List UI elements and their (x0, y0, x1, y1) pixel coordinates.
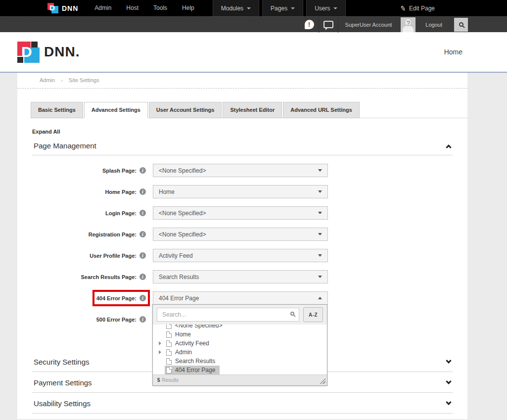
field-row-user-profile-page: User Profile Page: i Activity Feed (32, 249, 453, 262)
caret-down-icon (318, 233, 322, 235)
expand-all-link[interactable]: Expand All (32, 129, 467, 135)
messages-button[interactable] (319, 17, 338, 33)
usability-settings-header[interactable]: Usability Settings (32, 393, 453, 414)
search-icon (459, 22, 463, 27)
site-header: D DNN. Home (0, 32, 507, 73)
tab-basic-settings[interactable]: Basic Settings (31, 102, 83, 118)
search-results-page-dropdown[interactable]: Search Results (153, 270, 328, 283)
superuser-account-link[interactable]: SuperUser Account (338, 22, 399, 28)
tree-item-admin[interactable]: Admin (153, 348, 327, 357)
breadcrumb-admin[interactable]: Admin (40, 77, 55, 83)
tab-advanced-settings[interactable]: Advanced Settings (84, 102, 148, 118)
menu-pages-label: Pages (271, 5, 287, 12)
menu-users-label: Users (315, 5, 330, 12)
admin-menu: Admin Host Tools Help (87, 0, 201, 16)
tree-item-home[interactable]: Home (153, 330, 327, 339)
dropdown-value: <None Specified> (159, 167, 206, 174)
results-count: 5 (157, 377, 160, 383)
logout-link[interactable]: Logout (417, 22, 450, 28)
caret-down-icon (318, 169, 322, 172)
field-label: Registration Page: (89, 232, 137, 237)
edit-page-label: Edit Page (409, 5, 435, 12)
control-bar: D DNN Admin Host Tools Help Modules Page… (0, 0, 507, 16)
site-search-button[interactable] (454, 18, 468, 32)
caret-up-icon (318, 297, 322, 299)
tree-item-none-specified[interactable]: <None Specified> (153, 325, 327, 330)
notifications-button[interactable]: ! (300, 17, 319, 33)
menu-host[interactable]: Host (119, 0, 146, 16)
tree-item-activity-feed[interactable]: Activity Feed (153, 339, 327, 348)
dnn-logo: D DNN. (17, 42, 80, 63)
edit-page-button[interactable]: ✎ Edit Page (400, 4, 435, 12)
registration-page-dropdown[interactable]: <None Specified> (153, 228, 328, 241)
menu-users[interactable]: Users (306, 0, 346, 16)
field-label: 500 Error Page: (96, 317, 137, 323)
field-row-splash-page: Splash Page: i <None Specified> (32, 164, 453, 177)
caret-down-icon (318, 276, 322, 278)
menu-pages[interactable]: Pages (262, 0, 303, 16)
info-icon[interactable]: i (139, 188, 146, 195)
info-icon[interactable]: i (139, 316, 146, 323)
info-icon[interactable]: i (139, 210, 146, 216)
breadcrumb-site-settings[interactable]: Site Settings (69, 77, 99, 83)
user-profile-page-dropdown[interactable]: Activity Feed (153, 249, 328, 262)
menu-help[interactable]: Help (175, 0, 202, 16)
page-icon (166, 358, 172, 365)
field-label: Search Results Page: (81, 274, 137, 280)
dnn-logo-text: DNN. (44, 44, 80, 60)
dropdown-value: Search Results (159, 274, 199, 280)
dropdown-value: <None Specified> (159, 210, 206, 217)
page-icon (166, 325, 172, 329)
message-bubble-icon (323, 21, 333, 28)
page-tree: <None Specified> Home Activity Feed (153, 325, 327, 374)
sort-az-button[interactable]: A-Z (303, 307, 323, 322)
info-icon[interactable]: i (139, 274, 146, 280)
site-aliases-header[interactable]: Site Aliases (32, 414, 453, 420)
chevron-up-icon (446, 144, 451, 150)
page-picker-footer: 5 Results (153, 374, 327, 385)
field-label: Login Page: (105, 210, 137, 216)
tab-stylesheet-editor[interactable]: Stylesheet Editor (223, 102, 282, 118)
tree-item-search-results[interactable]: Search Results (153, 357, 327, 366)
info-icon[interactable]: i (139, 252, 146, 259)
page-icon (166, 331, 172, 338)
tab-user-account-settings[interactable]: User Account Settings (149, 102, 222, 118)
splash-page-dropdown[interactable]: <None Specified> (153, 164, 328, 177)
info-icon[interactable]: i (139, 231, 146, 237)
menu-tools[interactable]: Tools (146, 0, 175, 16)
page-search-input[interactable] (157, 308, 299, 322)
expander-arrow-icon[interactable] (159, 350, 165, 354)
resize-grip-handle[interactable] (319, 377, 325, 384)
info-icon[interactable]: i (139, 167, 146, 174)
info-icon[interactable]: i (139, 295, 146, 301)
dnn-mini-logo: D DNN (47, 3, 78, 13)
field-row-registration-page: Registration Page: i <None Specified> (32, 228, 453, 241)
search-icon (290, 312, 294, 316)
avatar[interactable]: ? (401, 17, 415, 32)
chevron-down-icon (446, 358, 451, 363)
field-row-404-error-page: 404 Error Page: i 404 Error Page A-Z (32, 291, 453, 305)
page-management-form: Splash Page: i <None Specified> Home Pag… (32, 155, 453, 343)
breadcrumb: Admin › Site Settings (17, 73, 467, 89)
tab-advanced-url-settings[interactable]: Advanced URL Settings (283, 102, 360, 118)
field-label: User Profile Page: (90, 253, 137, 259)
expander-arrow-icon[interactable] (159, 341, 165, 345)
error-404-page-dropdown[interactable]: 404 Error Page (153, 291, 328, 305)
results-label: Results (162, 377, 179, 383)
field-label: 404 Error Page: (96, 295, 137, 301)
page-management-header[interactable]: Page Management (32, 135, 453, 155)
menu-modules[interactable]: Modules (213, 0, 259, 16)
section-title: Page Management (34, 141, 96, 150)
home-page-dropdown[interactable]: Home (153, 185, 328, 198)
tree-item-404-error-page[interactable]: 404 Error Page (153, 366, 327, 374)
login-page-dropdown[interactable]: <None Specified> (153, 206, 328, 220)
dropdown-value: <None Specified> (159, 231, 206, 238)
caret-down-icon (247, 7, 251, 9)
caret-down-icon (318, 254, 322, 257)
nav-home-link[interactable]: Home (444, 48, 462, 56)
caret-down-icon (318, 190, 322, 193)
field-row-search-results-page: Search Results Page: i Search Results (32, 270, 453, 283)
menu-admin[interactable]: Admin (87, 0, 119, 16)
avatar-question-icon: ? (401, 19, 415, 27)
caret-down-icon (318, 212, 322, 214)
